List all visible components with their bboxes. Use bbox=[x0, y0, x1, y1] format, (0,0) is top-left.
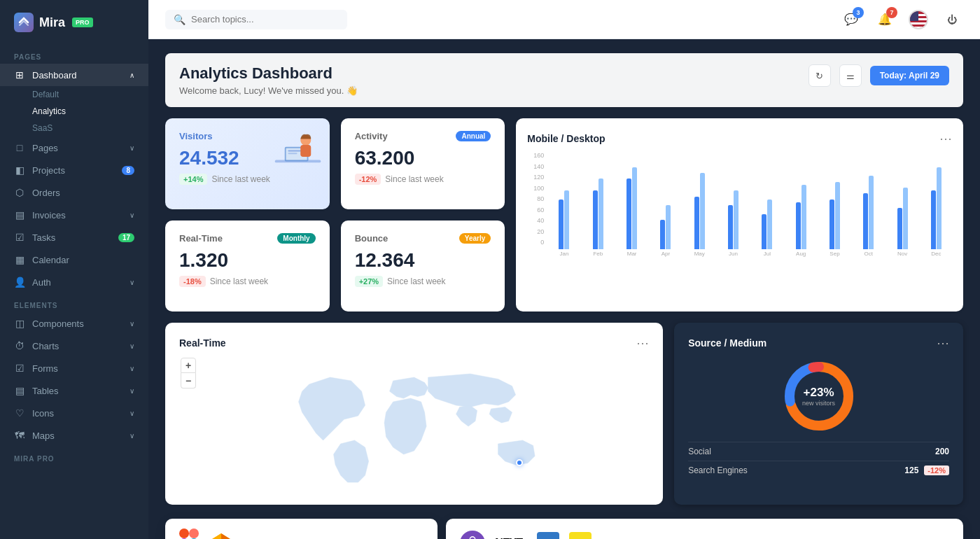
bar-light bbox=[734, 190, 738, 249]
search-box[interactable]: 🔍 bbox=[165, 10, 347, 29]
bar-group: Jun bbox=[718, 190, 749, 257]
chart-title: Mobile / Desktop bbox=[527, 133, 605, 144]
source-search-value-row: 125 -12% bbox=[904, 465, 949, 475]
today-button[interactable]: Today: April 29 bbox=[870, 66, 949, 85]
bar-label: Oct bbox=[864, 251, 873, 257]
bottom-row: Real-Time ⋯ + − bbox=[165, 323, 963, 505]
bar-dark bbox=[559, 200, 564, 249]
svg-rect-18 bbox=[189, 528, 199, 538]
orders-icon: ⬡ bbox=[14, 187, 25, 198]
y-140: 140 bbox=[527, 163, 544, 170]
activity-title: Activity bbox=[355, 131, 388, 141]
zoom-out-button[interactable]: − bbox=[181, 373, 196, 388]
bounce-change-badge: +27% bbox=[355, 276, 383, 287]
map-controls: + − bbox=[181, 358, 196, 388]
refresh-button[interactable]: ↻ bbox=[808, 64, 831, 87]
svg-marker-23 bbox=[221, 533, 232, 539]
alerts-badge: 7 bbox=[886, 7, 897, 18]
bar-label: Apr bbox=[662, 251, 670, 257]
figma-icon bbox=[179, 528, 199, 539]
content-area: Analytics Dashboard Welcome back, Lucy! … bbox=[148, 39, 980, 539]
sidebar-item-invoices[interactable]: ▤ Invoices ∨ bbox=[0, 204, 148, 226]
sidebar-item-icons[interactable]: ♡ Icons ∨ bbox=[0, 402, 148, 424]
search-input[interactable] bbox=[191, 14, 331, 24]
chevron-icon-pages: ∨ bbox=[130, 144, 134, 152]
sidebar-label-auth: Auth bbox=[32, 277, 51, 288]
bar-label: Aug bbox=[796, 251, 806, 257]
sidebar-item-components[interactable]: ◫ Components ∨ bbox=[0, 312, 148, 335]
source-header: Source / Medium ⋯ bbox=[688, 335, 949, 351]
sidebar-item-forms[interactable]: ☑ Forms ∨ bbox=[0, 357, 148, 379]
auth-icon: 👤 bbox=[14, 276, 25, 288]
sidebar-item-dashboard[interactable]: ⊞ Dashboard ∧ bbox=[0, 64, 148, 86]
sidebar-label-calendar: Calendar bbox=[32, 255, 69, 265]
zoom-in-button[interactable]: + bbox=[181, 358, 196, 373]
svg-rect-17 bbox=[179, 528, 189, 538]
y-60: 60 bbox=[527, 206, 544, 214]
topbar-actions: 💬 3 🔔 7 bbox=[840, 8, 963, 31]
y-80: 80 bbox=[527, 195, 544, 202]
svg-marker-24 bbox=[210, 533, 221, 539]
sidebar-item-calendar[interactable]: ▦ Calendar bbox=[0, 248, 148, 271]
sidebar-subitem-saas[interactable]: SaaS bbox=[0, 120, 148, 136]
chart-with-axis: 160 140 120 100 80 60 40 20 0 JanFebMarA… bbox=[527, 152, 952, 257]
sidebar-subitem-default[interactable]: Default bbox=[0, 86, 148, 103]
svg-rect-9 bbox=[288, 150, 301, 152]
activity-card-header: Activity Annual bbox=[355, 131, 491, 141]
bar-light bbox=[666, 205, 671, 249]
chevron-icon: ∧ bbox=[130, 71, 134, 79]
bar-group: Mar bbox=[616, 167, 648, 257]
bar-dark bbox=[728, 205, 733, 249]
source-more-button[interactable]: ⋯ bbox=[937, 335, 949, 351]
sidebar-logo: Mira PRO bbox=[0, 0, 148, 45]
filter-button[interactable]: ⚌ bbox=[839, 64, 862, 87]
y-20: 20 bbox=[527, 228, 544, 235]
tasks-icon: ☑ bbox=[14, 232, 25, 243]
source-change-search: -12% bbox=[924, 465, 949, 475]
power-button[interactable]: ⏻ bbox=[941, 8, 963, 31]
realtime-value: 1.320 bbox=[179, 249, 316, 272]
bar-light bbox=[903, 188, 908, 249]
bar-dark bbox=[796, 202, 801, 249]
sidebar-item-charts[interactable]: ⏱ Charts ∨ bbox=[0, 335, 148, 357]
page-header-right: ↻ ⚌ Today: April 29 bbox=[808, 64, 949, 87]
sidebar-item-tasks[interactable]: ☑ Tasks 17 bbox=[0, 226, 148, 248]
sidebar-item-orders[interactable]: ⬡ Orders bbox=[0, 181, 148, 204]
bar-dark bbox=[830, 200, 834, 249]
bar-group: Sep bbox=[819, 182, 850, 257]
sidebar-item-maps[interactable]: 🗺 Maps ∨ bbox=[0, 424, 148, 447]
bar-group: Apr bbox=[650, 205, 681, 257]
svg-rect-12 bbox=[300, 145, 311, 157]
bar-label: Jul bbox=[764, 251, 771, 257]
javascript-icon: JS bbox=[569, 532, 592, 539]
pages-icon: □ bbox=[14, 142, 25, 153]
dashboard-icon: ⊞ bbox=[14, 69, 25, 80]
bar-light bbox=[802, 185, 806, 249]
source-value-social: 200 bbox=[935, 447, 949, 456]
projects-badge: 8 bbox=[122, 166, 134, 175]
bounce-title: Bounce bbox=[355, 233, 388, 244]
chart-more-button[interactable]: ⋯ bbox=[939, 131, 952, 146]
bar-light bbox=[700, 173, 705, 249]
bar-dark bbox=[694, 197, 699, 249]
source-name-search: Search Engines bbox=[688, 465, 748, 475]
sidebar-item-projects[interactable]: ◧ Projects 8 bbox=[0, 159, 148, 181]
bar-dark bbox=[626, 178, 631, 249]
source-value-search: 125 bbox=[904, 465, 918, 475]
source-name-social: Social bbox=[688, 447, 711, 456]
language-selector[interactable] bbox=[907, 8, 930, 31]
sidebar-item-pages[interactable]: □ Pages ∨ bbox=[0, 136, 148, 159]
visitor-illustration bbox=[272, 124, 324, 176]
sidebar-subitem-analytics[interactable]: Analytics bbox=[0, 103, 148, 120]
source-value-row: 200 bbox=[935, 447, 949, 456]
alerts-button[interactable]: 🔔 7 bbox=[874, 8, 896, 31]
refresh-icon: ↻ bbox=[816, 71, 823, 81]
sidebar-item-auth[interactable]: 👤 Auth ∨ bbox=[0, 271, 148, 293]
sidebar-label-projects: Projects bbox=[32, 165, 65, 176]
sidebar-item-tables[interactable]: ▤ Tables ∨ bbox=[0, 379, 148, 402]
notifications-button[interactable]: 💬 3 bbox=[840, 8, 862, 31]
map-more-button[interactable]: ⋯ bbox=[636, 335, 649, 351]
sidebar-section-pages: PAGES bbox=[0, 45, 148, 64]
bar-group: Feb bbox=[582, 178, 614, 257]
maps-icon: 🗺 bbox=[14, 430, 25, 441]
